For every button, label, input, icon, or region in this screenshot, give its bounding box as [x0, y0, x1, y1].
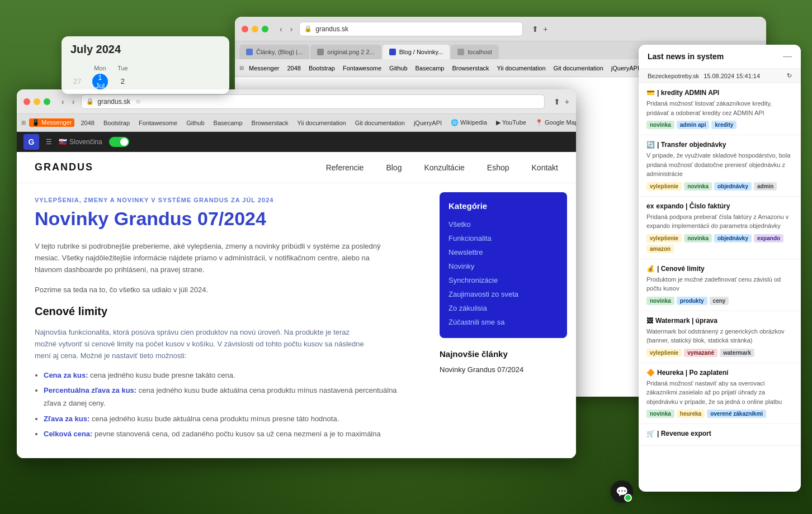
grandus-main-content: VYLEPŠENIA, ZMENY A NOVINKY V SYSTÉME GR… — [17, 183, 431, 458]
right-panel-title: Last news in system — [648, 52, 724, 61]
tab-localhost[interactable]: localhost — [451, 45, 498, 59]
tab-articles-favicon — [246, 49, 253, 55]
minimize-button-back[interactable] — [252, 26, 258, 32]
browser-toolbar-main: ⊞ 📱 Messenger 2048 Bootstrap Fontawesome… — [17, 114, 576, 132]
address-bar-back[interactable]: 🔒 grandus.sk — [299, 22, 523, 36]
calendar-widget: July 2024 Mon Tue 27 1 Jul 2 — [62, 36, 229, 94]
grandus-title-plain: Novinky Grandus — [35, 208, 197, 229]
news-item-3: ex expando | Číslo faktúry Pridaná podpo… — [639, 197, 801, 259]
lock-icon-main: 🔒 — [86, 98, 94, 105]
grandus-section1-body: Najnovšia funkcionalita, ktorá posúva sp… — [35, 327, 370, 361]
categories-box: Kategórie Všetko Funkcionalita Newslettr… — [440, 192, 567, 338]
news-item-2-title: 🔄 | Transfer objednávky — [646, 141, 793, 149]
category-vsetko[interactable]: Všetko — [449, 217, 558, 231]
nav-konzultacie[interactable]: Konzultácie — [424, 163, 464, 172]
site-datetime: 15.08.2024 15:41:14 — [704, 73, 760, 79]
news-item-1-tags: novinka admin api kredity — [646, 121, 793, 129]
grandus-nav: GRANDUS Referencie Blog Konzultácie Esho… — [17, 152, 576, 183]
tag-admin-2: admin — [754, 182, 777, 191]
hamburger-icon[interactable]: ☰ — [46, 138, 52, 146]
news-item-4-tags: novinka produkty ceny — [646, 297, 793, 305]
site-name: Bezeckepotreby.sk — [648, 73, 699, 79]
nav-kontakt[interactable]: Kontakt — [532, 163, 558, 172]
category-zaujimavosti[interactable]: Zaujimavosti zo sveta — [449, 287, 558, 301]
news-item-2: 🔄 | Transfer objednávky V prípade, že vy… — [639, 135, 801, 197]
grandus-list: Cena za kus: cena jedného kusu bude pres… — [35, 369, 413, 441]
grandus-article-title: Novinky Grandus 07/2024 — [35, 208, 413, 230]
articles-title: Najnovšie články — [440, 349, 567, 359]
right-panel-body[interactable]: 💳 | kredity ADMIN API Pridaná možnosť li… — [639, 83, 801, 492]
language-selector[interactable]: 🇸🇰 Slovenčina — [59, 138, 102, 146]
back-btn-main[interactable]: ‹ — [59, 96, 67, 107]
back-button[interactable]: ‹ — [277, 23, 285, 35]
category-zakulisia[interactable]: Zo zákulisia — [449, 301, 558, 315]
calendar-title: July 2024 — [62, 36, 229, 63]
tab-articles[interactable]: Články, (Blog) |... — [239, 45, 309, 59]
grandus-logo: GRANDUS — [35, 161, 93, 173]
toggle-switch[interactable] — [109, 137, 129, 147]
news-item-4: 💰 | Cenové limity Produktom je možné zad… — [639, 259, 801, 311]
grandus-intro-2: Pozrime sa teda na to, čo všetko sa udia… — [35, 284, 381, 296]
right-panel-header: Last news in system — — [639, 45, 801, 69]
category-funkcionalita[interactable]: Funkcionalita — [449, 231, 558, 245]
nav-blog[interactable]: Blog — [386, 163, 402, 172]
category-synchronizacie[interactable]: Synchronizácie — [449, 273, 558, 287]
tab-original[interactable]: original.png 2 2... — [310, 45, 381, 59]
calendar-days-header: Mon Tue — [62, 63, 229, 74]
list-item: Celková cena: pevne stanovená cena, od z… — [44, 427, 413, 440]
maximize-button-main[interactable] — [44, 98, 50, 105]
grandus-article-tag: VYLEPŠENIA, ZMENY A NOVINKY V SYSTÉME GR… — [35, 197, 413, 203]
tag-novinka: novinka — [646, 121, 674, 129]
traffic-lights-main — [23, 98, 50, 105]
news-item-5: 🖼 Watermark | úprava Watermark bol odstr… — [639, 311, 801, 363]
forward-btn-main[interactable]: › — [70, 96, 77, 107]
refresh-icon[interactable]: ↻ — [787, 72, 792, 79]
news-item-4-text: Produktom je možné zadefinovať cenu závi… — [646, 275, 793, 293]
right-panel: Last news in system — Bezeckepotreby.sk … — [639, 45, 801, 492]
maximize-button-back[interactable] — [262, 26, 268, 32]
news-item-3-text: Pridaná podpora preberať čísla faktúry z… — [646, 212, 793, 231]
news-item-6-tags: novinka heureka overené zákazníkmi — [646, 410, 793, 418]
grandus-title-colored: 07/2024 — [197, 208, 266, 229]
grandus-topbar-logo: G — [23, 134, 39, 150]
browser-nav-main: ‹ › — [59, 96, 77, 107]
nav-referencie[interactable]: Referencie — [326, 163, 364, 172]
news-item-3-title: ex expando | Číslo faktúry — [646, 202, 793, 210]
nav-eshop[interactable]: Eshop — [487, 163, 509, 172]
add-tab-btn-main[interactable]: + — [565, 97, 569, 106]
category-novinky[interactable]: Novinky — [449, 259, 558, 273]
category-newslettre[interactable]: Newslettre — [449, 245, 558, 259]
news-item-2-tags: vylepšenie novinka objednávky admin — [646, 182, 793, 191]
chat-bubble[interactable]: 💬 — [611, 480, 633, 503]
close-button-main[interactable] — [23, 98, 30, 105]
tag-kredity: kredity — [711, 121, 737, 129]
share-button-back[interactable]: ⬆ — [532, 25, 539, 34]
news-item-6-title: 🔶 Heureka | Po zaplatení — [646, 369, 793, 377]
news-item-1-title: 💳 | kredity ADMIN API — [646, 89, 793, 97]
news-item-1: 💳 | kredity ADMIN API Pridaná možnosť li… — [639, 83, 801, 135]
grandus-sidebar: Kategórie Všetko Funkcionalita Newslettr… — [431, 183, 576, 458]
news-item-5-title: 🖼 Watermark | úprava — [646, 317, 793, 325]
tab-original-favicon — [317, 49, 324, 55]
news-item-6: 🔶 Heureka | Po zaplatení Pridaná možnosť… — [639, 363, 801, 425]
address-bar-main[interactable]: 🔒 grandus.sk ⊙ — [81, 94, 544, 109]
grandus-body: VYLEPŠENIA, ZMENY A NOVINKY V SYSTÉME GR… — [17, 183, 576, 458]
grandus-nav-links: Referencie Blog Konzultácie Eshop Kontak… — [326, 163, 558, 172]
news-item-6-text: Pridaná možnosť nastaviť aby sa overovac… — [646, 379, 793, 407]
minimize-button-main[interactable] — [34, 98, 40, 105]
news-item-7-title: 🛒 | Revenue export — [646, 430, 793, 437]
browser-window-main: ‹ › 🔒 grandus.sk ⊙ ⬆ + ⊞ 📱 Messenger 204… — [17, 89, 576, 458]
lock-icon: 🔒 — [304, 25, 312, 32]
tab-blog-novinky[interactable]: Blog / Novinky... — [383, 45, 450, 59]
category-zucastnili[interactable]: Zúčastnili sme sa — [449, 315, 558, 329]
add-tab-button-back[interactable]: + — [543, 25, 547, 34]
share-btn-main[interactable]: ⬆ — [554, 97, 560, 106]
collapse-icon[interactable]: — — [783, 51, 792, 61]
close-button-back[interactable] — [242, 26, 248, 32]
news-item-5-text: Watermark bol odstránený z generických o… — [646, 327, 793, 345]
news-item-5-tags: vylepšenie vymazané watermark — [646, 349, 793, 357]
article-link-1[interactable]: Novinky Grandus 07/2024 — [440, 363, 567, 376]
news-item-7: 🛒 | Revenue export — [639, 424, 801, 446]
browser-nav-back: ‹ › — [277, 23, 295, 35]
forward-button[interactable]: › — [288, 23, 295, 35]
